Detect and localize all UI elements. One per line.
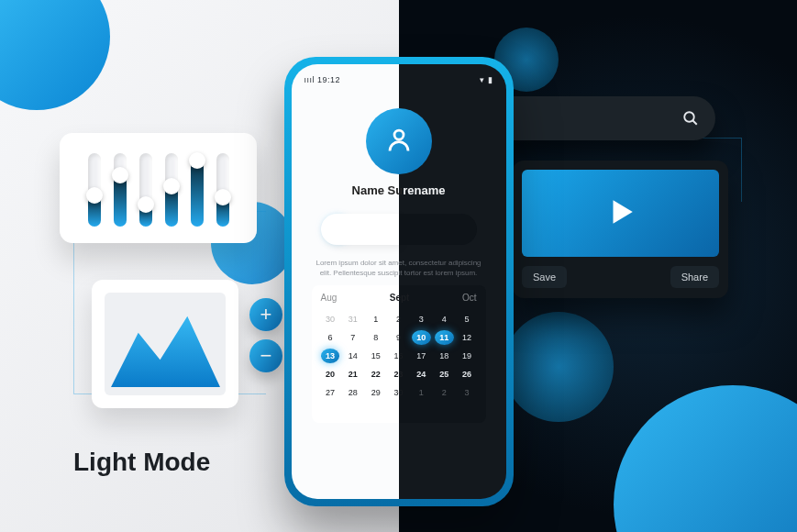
calendar-day[interactable]: 25 [435,367,454,382]
calendar-day[interactable]: 28 [343,385,362,400]
calendar-months[interactable]: AugSeptOct [321,293,477,303]
calendar-day[interactable]: 8 [366,330,385,345]
calendar-day[interactable]: 20 [321,367,340,382]
calendar-day[interactable]: 16 [389,349,408,363]
calendar-month[interactable]: Aug [321,293,338,303]
calendar-day[interactable]: 14 [343,349,362,363]
calendar-day[interactable]: 17 [412,349,431,363]
phone-mockup: ıııl 19:12 ▾ ▮ Name Surename Lorem ipsum… [284,57,514,506]
light-mode-label: Light Mode [73,448,210,477]
status-bar: ıııl 19:12 ▾ ▮ [304,75,493,84]
calendar-day[interactable]: 5 [458,312,477,327]
eq-slider-6[interactable] [216,153,229,227]
eq-slider-4[interactable] [165,153,178,227]
calendar[interactable]: AugSeptOct 30311234567891011121314151617… [312,285,486,423]
svg-marker-2 [613,200,632,224]
equalizer-card [60,133,257,243]
eq-slider-1[interactable] [88,153,101,227]
search-icon [682,110,699,127]
calendar-day[interactable]: 2 [435,385,454,400]
share-button[interactable]: Share [670,266,719,288]
calendar-day[interactable]: 26 [458,367,477,382]
svg-line-1 [692,120,697,125]
eq-slider-5[interactable] [191,153,204,227]
calendar-month[interactable]: Oct [462,293,477,303]
remove-button[interactable]: − [249,339,282,372]
eq-slider-3[interactable] [139,153,152,227]
video-card: Save Share [513,161,728,298]
svg-point-0 [684,112,694,122]
play-icon [605,196,636,231]
save-button[interactable]: Save [522,266,567,288]
calendar-day[interactable]: 21 [343,367,362,382]
calendar-day[interactable]: 22 [366,367,385,382]
calendar-day[interactable]: 12 [458,330,477,345]
calendar-day[interactable]: 10 [412,330,431,345]
wifi-icon: ▾ ▮ [480,75,493,84]
decor-blob [504,312,614,422]
calendar-day[interactable]: 23 [389,367,408,382]
calendar-day[interactable]: 2 [389,312,408,327]
calendar-day[interactable]: 7 [343,330,362,345]
calendar-day[interactable]: 3 [458,385,477,400]
calendar-day[interactable]: 1 [366,312,385,327]
calendar-day[interactable]: 13 [321,349,340,363]
image-card[interactable] [92,280,238,408]
description-text: Lorem ipsum dolor sit amet, consectetur … [304,245,493,285]
calendar-grid[interactable]: 3031123456789101112131415161718192021222… [321,312,477,400]
add-button[interactable]: + [249,298,282,331]
avatar[interactable] [366,108,432,174]
calendar-day[interactable]: 18 [435,349,454,363]
action-pill[interactable]: Lorem ipsum dolor › [321,214,477,245]
calendar-day[interactable]: 30 [321,312,340,327]
calendar-day[interactable]: 30 [389,385,408,400]
image-thumbnail [105,293,226,395]
calendar-day[interactable]: 4 [435,312,454,327]
calendar-day[interactable]: 9 [389,330,408,345]
calendar-day[interactable]: 15 [366,349,385,363]
calendar-day[interactable]: 6 [321,330,340,345]
svg-point-3 [394,130,404,139]
user-name: Name Surename [304,183,493,197]
calendar-day[interactable]: 29 [366,385,385,400]
calendar-day[interactable]: 1 [412,385,431,400]
calendar-day[interactable]: 11 [435,330,454,345]
user-icon [385,126,413,157]
calendar-month[interactable]: Sept [390,293,410,303]
video-player[interactable] [522,170,719,257]
calendar-day[interactable]: 3 [412,312,431,327]
calendar-day[interactable]: 31 [343,312,362,327]
eq-slider-2[interactable] [114,153,127,227]
calendar-day[interactable]: 27 [321,385,340,400]
calendar-day[interactable]: 24 [412,367,431,382]
calendar-day[interactable]: 19 [458,349,477,363]
